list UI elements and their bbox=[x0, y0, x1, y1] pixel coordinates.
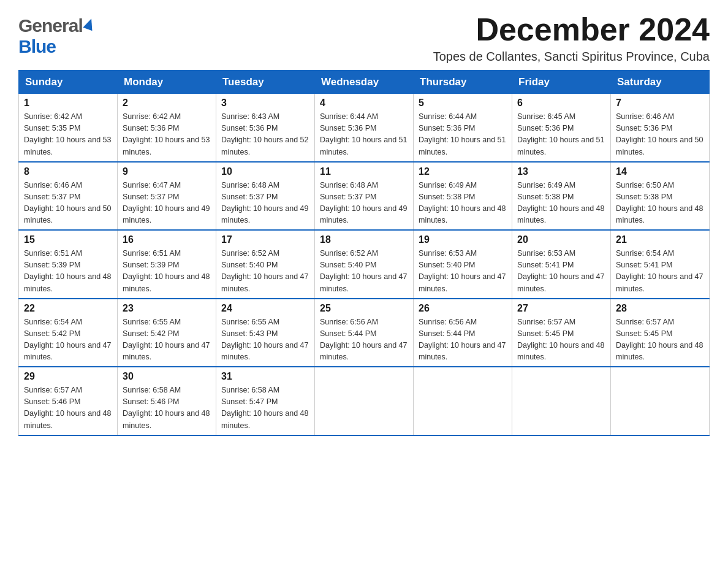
calendar-cell: 12 Sunrise: 6:49 AMSunset: 5:38 PMDaylig… bbox=[414, 162, 512, 231]
day-info: Sunrise: 6:48 AMSunset: 5:37 PMDaylight:… bbox=[221, 181, 308, 224]
calendar-week-row: 8 Sunrise: 6:46 AMSunset: 5:37 PMDayligh… bbox=[19, 162, 710, 231]
day-info: Sunrise: 6:52 AMSunset: 5:40 PMDaylight:… bbox=[221, 249, 308, 293]
day-number: 4 bbox=[320, 98, 408, 109]
calendar-cell: 16 Sunrise: 6:51 AMSunset: 5:39 PMDaylig… bbox=[118, 230, 216, 299]
day-number: 30 bbox=[123, 371, 211, 382]
day-info: Sunrise: 6:53 AMSunset: 5:41 PMDaylight:… bbox=[517, 249, 604, 293]
calendar-cell: 7 Sunrise: 6:46 AMSunset: 5:36 PMDayligh… bbox=[611, 94, 710, 162]
calendar-cell: 3 Sunrise: 6:43 AMSunset: 5:36 PMDayligh… bbox=[216, 94, 315, 162]
calendar-cell: 8 Sunrise: 6:46 AMSunset: 5:37 PMDayligh… bbox=[19, 162, 118, 231]
day-info: Sunrise: 6:50 AMSunset: 5:38 PMDaylight:… bbox=[616, 181, 703, 224]
location-text: Topes de Collantes, Sancti Spiritus Prov… bbox=[433, 50, 710, 64]
col-header-sunday: Sunday bbox=[19, 71, 118, 94]
day-info: Sunrise: 6:42 AMSunset: 5:36 PMDaylight:… bbox=[123, 112, 210, 156]
day-info: Sunrise: 6:55 AMSunset: 5:42 PMDaylight:… bbox=[123, 318, 210, 361]
logo-triangle-icon bbox=[83, 17, 96, 31]
calendar-cell: 28 Sunrise: 6:57 AMSunset: 5:45 PMDaylig… bbox=[611, 299, 710, 367]
calendar-cell: 25 Sunrise: 6:56 AMSunset: 5:44 PMDaylig… bbox=[315, 299, 414, 367]
calendar-cell: 20 Sunrise: 6:53 AMSunset: 5:41 PMDaylig… bbox=[512, 230, 611, 299]
day-number: 3 bbox=[221, 98, 309, 109]
month-title: December 2024 bbox=[433, 12, 710, 47]
day-info: Sunrise: 6:57 AMSunset: 5:45 PMDaylight:… bbox=[616, 318, 703, 361]
col-header-wednesday: Wednesday bbox=[315, 71, 414, 94]
calendar-cell: 21 Sunrise: 6:54 AMSunset: 5:41 PMDaylig… bbox=[611, 230, 710, 299]
calendar-cell bbox=[414, 367, 512, 435]
col-header-saturday: Saturday bbox=[611, 71, 710, 94]
col-header-thursday: Thursday bbox=[414, 71, 512, 94]
day-info: Sunrise: 6:56 AMSunset: 5:44 PMDaylight:… bbox=[419, 318, 506, 361]
calendar-cell: 30 Sunrise: 6:58 AMSunset: 5:46 PMDaylig… bbox=[118, 367, 216, 435]
day-info: Sunrise: 6:57 AMSunset: 5:45 PMDaylight:… bbox=[517, 318, 604, 361]
day-number: 17 bbox=[221, 234, 309, 245]
calendar-week-row: 1 Sunrise: 6:42 AMSunset: 5:35 PMDayligh… bbox=[19, 94, 710, 162]
day-info: Sunrise: 6:47 AMSunset: 5:37 PMDaylight:… bbox=[123, 181, 210, 224]
calendar-cell: 18 Sunrise: 6:52 AMSunset: 5:40 PMDaylig… bbox=[315, 230, 414, 299]
calendar-week-row: 22 Sunrise: 6:54 AMSunset: 5:42 PMDaylig… bbox=[19, 299, 710, 367]
day-number: 6 bbox=[517, 98, 605, 109]
col-header-tuesday: Tuesday bbox=[216, 71, 315, 94]
title-block: December 2024 Topes de Collantes, Sancti… bbox=[433, 12, 710, 64]
day-number: 11 bbox=[320, 166, 408, 177]
page-header: General Blue December 2024 Topes de Coll… bbox=[18, 12, 710, 64]
calendar-cell: 1 Sunrise: 6:42 AMSunset: 5:35 PMDayligh… bbox=[19, 94, 118, 162]
day-number: 2 bbox=[123, 98, 211, 109]
calendar-cell: 2 Sunrise: 6:42 AMSunset: 5:36 PMDayligh… bbox=[118, 94, 216, 162]
day-info: Sunrise: 6:42 AMSunset: 5:35 PMDaylight:… bbox=[24, 112, 111, 156]
col-header-monday: Monday bbox=[118, 71, 216, 94]
calendar-cell: 17 Sunrise: 6:52 AMSunset: 5:40 PMDaylig… bbox=[216, 230, 315, 299]
calendar-cell: 19 Sunrise: 6:53 AMSunset: 5:40 PMDaylig… bbox=[414, 230, 512, 299]
day-number: 25 bbox=[320, 303, 408, 314]
day-info: Sunrise: 6:43 AMSunset: 5:36 PMDaylight:… bbox=[221, 112, 308, 156]
calendar-header-row: SundayMondayTuesdayWednesdayThursdayFrid… bbox=[19, 71, 710, 94]
day-number: 16 bbox=[123, 234, 211, 245]
calendar-cell: 27 Sunrise: 6:57 AMSunset: 5:45 PMDaylig… bbox=[512, 299, 611, 367]
day-info: Sunrise: 6:54 AMSunset: 5:41 PMDaylight:… bbox=[616, 249, 703, 293]
day-number: 15 bbox=[24, 234, 112, 245]
day-info: Sunrise: 6:46 AMSunset: 5:36 PMDaylight:… bbox=[616, 112, 703, 156]
logo-general-text: General bbox=[18, 15, 83, 36]
day-number: 1 bbox=[24, 98, 112, 109]
calendar-table: SundayMondayTuesdayWednesdayThursdayFrid… bbox=[18, 70, 710, 436]
calendar-cell: 11 Sunrise: 6:48 AMSunset: 5:37 PMDaylig… bbox=[315, 162, 414, 231]
day-number: 21 bbox=[616, 234, 704, 245]
calendar-cell: 31 Sunrise: 6:58 AMSunset: 5:47 PMDaylig… bbox=[216, 367, 315, 435]
day-number: 27 bbox=[517, 303, 605, 314]
day-info: Sunrise: 6:44 AMSunset: 5:36 PMDaylight:… bbox=[320, 112, 407, 156]
col-header-friday: Friday bbox=[512, 71, 611, 94]
day-number: 26 bbox=[419, 303, 507, 314]
day-number: 12 bbox=[419, 166, 507, 177]
calendar-cell: 22 Sunrise: 6:54 AMSunset: 5:42 PMDaylig… bbox=[19, 299, 118, 367]
day-number: 9 bbox=[123, 166, 211, 177]
day-number: 8 bbox=[24, 166, 112, 177]
calendar-cell: 24 Sunrise: 6:55 AMSunset: 5:43 PMDaylig… bbox=[216, 299, 315, 367]
day-number: 7 bbox=[616, 98, 704, 109]
calendar-cell: 9 Sunrise: 6:47 AMSunset: 5:37 PMDayligh… bbox=[118, 162, 216, 231]
day-number: 18 bbox=[320, 234, 408, 245]
day-number: 20 bbox=[517, 234, 605, 245]
day-number: 29 bbox=[24, 371, 112, 382]
calendar-cell: 15 Sunrise: 6:51 AMSunset: 5:39 PMDaylig… bbox=[19, 230, 118, 299]
day-info: Sunrise: 6:44 AMSunset: 5:36 PMDaylight:… bbox=[419, 112, 506, 156]
calendar-cell: 10 Sunrise: 6:48 AMSunset: 5:37 PMDaylig… bbox=[216, 162, 315, 231]
calendar-cell: 29 Sunrise: 6:57 AMSunset: 5:46 PMDaylig… bbox=[19, 367, 118, 435]
day-number: 19 bbox=[419, 234, 507, 245]
day-info: Sunrise: 6:48 AMSunset: 5:37 PMDaylight:… bbox=[320, 181, 407, 224]
calendar-cell: 5 Sunrise: 6:44 AMSunset: 5:36 PMDayligh… bbox=[414, 94, 512, 162]
calendar-cell: 13 Sunrise: 6:49 AMSunset: 5:38 PMDaylig… bbox=[512, 162, 611, 231]
day-info: Sunrise: 6:49 AMSunset: 5:38 PMDaylight:… bbox=[419, 181, 506, 224]
day-info: Sunrise: 6:57 AMSunset: 5:46 PMDaylight:… bbox=[24, 386, 111, 429]
day-number: 22 bbox=[24, 303, 112, 314]
day-number: 13 bbox=[517, 166, 605, 177]
calendar-week-row: 29 Sunrise: 6:57 AMSunset: 5:46 PMDaylig… bbox=[19, 367, 710, 435]
day-number: 23 bbox=[123, 303, 211, 314]
calendar-cell bbox=[315, 367, 414, 435]
day-info: Sunrise: 6:45 AMSunset: 5:36 PMDaylight:… bbox=[517, 112, 604, 156]
day-info: Sunrise: 6:55 AMSunset: 5:43 PMDaylight:… bbox=[221, 318, 308, 361]
day-info: Sunrise: 6:46 AMSunset: 5:37 PMDaylight:… bbox=[24, 181, 111, 224]
day-number: 5 bbox=[419, 98, 507, 109]
calendar-week-row: 15 Sunrise: 6:51 AMSunset: 5:39 PMDaylig… bbox=[19, 230, 710, 299]
day-number: 31 bbox=[221, 371, 309, 382]
calendar-cell: 23 Sunrise: 6:55 AMSunset: 5:42 PMDaylig… bbox=[118, 299, 216, 367]
logo: General Blue bbox=[18, 12, 94, 57]
day-number: 28 bbox=[616, 303, 704, 314]
